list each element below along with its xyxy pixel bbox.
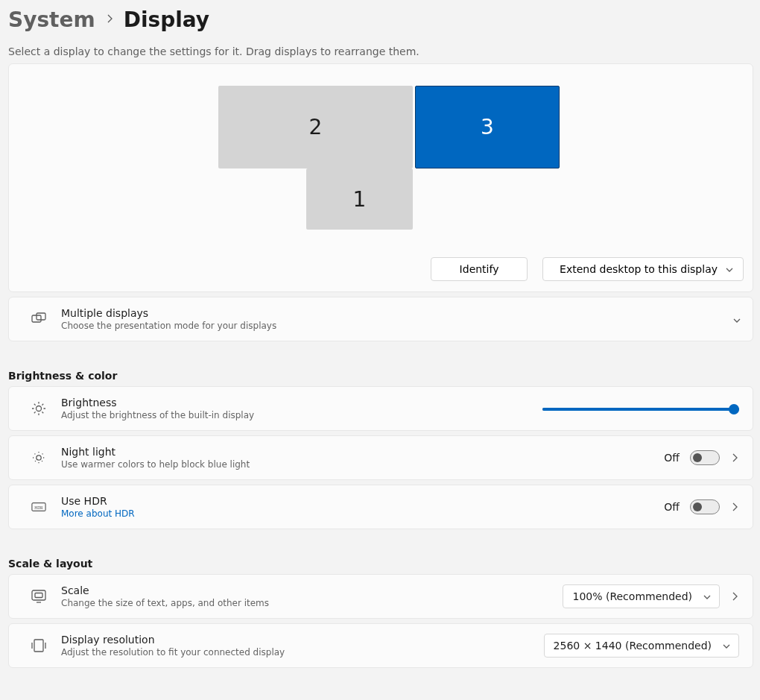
night-light-toggle[interactable] (690, 450, 720, 465)
chevron-right-icon (106, 13, 113, 26)
chevron-right-icon (730, 453, 739, 463)
hdr-row[interactable]: HDR Use HDR More about HDR Off (8, 485, 753, 529)
chevron-right-icon (730, 502, 739, 512)
section-brightness-color: Brightness & color (8, 370, 760, 382)
resolution-title: Display resolution (61, 634, 544, 646)
multiple-displays-row[interactable]: Multiple displays Choose the presentatio… (8, 297, 753, 341)
multiple-displays-icon (31, 312, 46, 326)
brightness-row: Brightness Adjust the brightness of the … (8, 386, 753, 431)
resolution-row[interactable]: Display resolution Adjust the resolution… (8, 623, 753, 668)
hdr-icon: HDR (31, 502, 46, 512)
scale-row[interactable]: Scale Change the size of text, apps, and… (8, 574, 753, 619)
svg-text:HDR: HDR (34, 505, 43, 510)
breadcrumb: System Display (8, 7, 760, 32)
monitor-3[interactable]: 3 (415, 86, 560, 168)
multiple-displays-title: Multiple displays (61, 307, 732, 319)
resolution-sub: Adjust the resolution to fit your connec… (61, 647, 544, 658)
scale-icon (31, 590, 46, 603)
brightness-sub: Adjust the brightness of the built-in di… (61, 410, 542, 420)
scale-select[interactable]: 100% (Recommended) (563, 584, 720, 608)
chevron-down-icon (703, 593, 710, 600)
breadcrumb-parent[interactable]: System (8, 7, 95, 32)
scale-title: Scale (61, 584, 563, 596)
svg-rect-6 (32, 590, 45, 600)
resolution-select[interactable]: 2560 × 1440 (Recommended) (544, 634, 739, 658)
hdr-title: Use HDR (61, 495, 664, 507)
svg-rect-8 (34, 640, 43, 652)
section-scale-layout: Scale & layout (8, 558, 760, 570)
night-light-icon (31, 450, 46, 465)
svg-rect-7 (35, 593, 42, 598)
chevron-down-icon (722, 642, 729, 649)
chevron-down-icon (725, 265, 732, 273)
monitor-2[interactable]: 2 (218, 86, 413, 168)
hdr-toggle[interactable] (690, 499, 720, 514)
projection-mode-value: Extend desktop to this display (560, 263, 718, 275)
chevron-right-icon (730, 591, 739, 602)
brightness-slider[interactable] (542, 403, 739, 414)
display-arrangement-area[interactable]: 2 3 1 (9, 64, 753, 250)
night-light-state-label: Off (664, 452, 680, 464)
resolution-value: 2560 × 1440 (Recommended) (554, 640, 712, 652)
night-light-sub: Use warmer colors to help block blue lig… (61, 459, 664, 470)
monitor-1[interactable]: 1 (306, 168, 413, 230)
projection-mode-select[interactable]: Extend desktop to this display (542, 257, 744, 281)
hdr-state-label: Off (664, 501, 680, 513)
resolution-icon (31, 639, 46, 652)
svg-point-2 (37, 406, 42, 412)
brightness-icon (31, 401, 46, 416)
scale-value: 100% (Recommended) (572, 590, 692, 602)
hdr-more-link[interactable]: More about HDR (61, 508, 664, 519)
multiple-displays-sub: Choose the presentation mode for your di… (61, 321, 732, 331)
chevron-down-icon (732, 315, 739, 323)
night-light-title: Night light (61, 446, 664, 458)
night-light-row[interactable]: Night light Use warmer colors to help bl… (8, 435, 753, 480)
page-hint: Select a display to change the settings … (8, 45, 760, 57)
page-title: Display (124, 7, 209, 32)
brightness-title: Brightness (61, 397, 542, 409)
scale-sub: Change the size of text, apps, and other… (61, 598, 563, 608)
identify-button[interactable]: Identify (431, 257, 528, 281)
svg-point-3 (37, 455, 41, 460)
display-arrangement-panel: 2 3 1 Identify Extend desktop to this di… (8, 63, 753, 292)
